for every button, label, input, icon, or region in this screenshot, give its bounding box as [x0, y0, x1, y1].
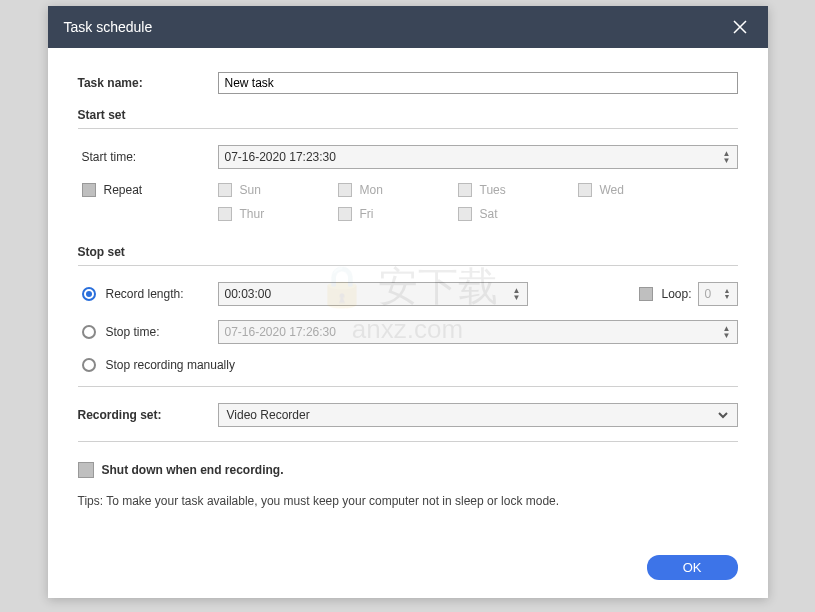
shutdown-checkbox[interactable] [78, 462, 94, 478]
day-sat[interactable]: Sat [458, 207, 578, 221]
checkbox-icon [338, 183, 352, 197]
repeat-toggle[interactable]: Repeat [78, 183, 218, 197]
stop-manual-label: Stop recording manually [106, 358, 235, 372]
record-length-option[interactable]: Record length: [78, 287, 214, 301]
checkbox-icon [578, 183, 592, 197]
task-name-label: Task name: [78, 76, 218, 90]
day-thur[interactable]: Thur [218, 207, 338, 221]
checkbox-icon [338, 207, 352, 221]
stop-set-header: Stop set [78, 245, 738, 259]
stop-manual-option[interactable]: Stop recording manually [78, 358, 235, 372]
start-set-divider [78, 128, 738, 129]
spinner-arrows-icon[interactable]: ▲▼ [724, 288, 731, 300]
loop-checkbox[interactable] [639, 287, 653, 301]
loop-label: Loop: [661, 287, 691, 301]
checkbox-icon [218, 207, 232, 221]
stop-time-radio[interactable] [82, 325, 96, 339]
start-time-field[interactable]: 07-16-2020 17:23:30 ▲▼ [218, 145, 738, 169]
dialog-footer: OK [48, 555, 768, 598]
recording-set-dropdown[interactable]: Video Recorder [218, 403, 738, 427]
day-tues[interactable]: Tues [458, 183, 578, 197]
loop-toggle[interactable]: Loop: [639, 287, 691, 301]
dialog-content: Task name: Start set Start time: 07-16-2… [48, 48, 768, 555]
spinner-arrows-icon[interactable]: ▲▼ [513, 287, 521, 301]
stop-manual-row: Stop recording manually [78, 358, 738, 372]
close-icon [732, 19, 748, 35]
tips-text: Tips: To make your task available, you m… [78, 494, 738, 508]
start-time-label: Start time: [78, 150, 218, 164]
repeat-checkbox[interactable] [82, 183, 96, 197]
stop-set-divider [78, 265, 738, 266]
task-name-input[interactable] [218, 72, 738, 94]
recording-set-label: Recording set: [78, 408, 218, 422]
day-fri[interactable]: Fri [338, 207, 458, 221]
close-button[interactable] [728, 15, 752, 39]
record-length-label: Record length: [106, 287, 184, 301]
loop-value: 0 [705, 287, 724, 301]
titlebar: Task schedule [48, 6, 768, 48]
shutdown-row[interactable]: Shut down when end recording. [78, 462, 738, 478]
day-wed[interactable]: Wed [578, 183, 698, 197]
day-mon[interactable]: Mon [338, 183, 458, 197]
checkbox-icon [458, 183, 472, 197]
repeat-row: Repeat Sun Mon Tues Wed Thur Fri Sat [78, 183, 738, 231]
stop-time-value: 07-16-2020 17:26:30 [225, 325, 723, 339]
days-grid: Sun Mon Tues Wed Thur Fri Sat [218, 183, 738, 231]
recording-set-divider-top [78, 386, 738, 387]
loop-field[interactable]: 0 ▲▼ [698, 282, 738, 306]
start-time-value: 07-16-2020 17:23:30 [225, 150, 723, 164]
stop-time-label: Stop time: [106, 325, 160, 339]
shutdown-label: Shut down when end recording. [102, 463, 284, 477]
repeat-label: Repeat [104, 183, 143, 197]
recording-set-divider-bottom [78, 441, 738, 442]
start-set-header: Start set [78, 108, 738, 122]
stop-time-option[interactable]: Stop time: [78, 325, 214, 339]
task-name-row: Task name: [78, 72, 738, 94]
spinner-arrows-icon[interactable]: ▲▼ [723, 150, 731, 164]
record-length-field[interactable]: 00:03:00 ▲▼ [218, 282, 528, 306]
stop-time-row: Stop time: 07-16-2020 17:26:30 ▲▼ [78, 320, 738, 344]
checkbox-icon [218, 183, 232, 197]
dialog-title: Task schedule [64, 19, 153, 35]
checkbox-icon [458, 207, 472, 221]
record-length-row: Record length: 00:03:00 ▲▼ Loop: 0 ▲▼ [78, 282, 738, 306]
start-time-row: Start time: 07-16-2020 17:23:30 ▲▼ [78, 145, 738, 169]
task-schedule-dialog: Task schedule Task name: Start set Start… [48, 6, 768, 598]
stop-time-field[interactable]: 07-16-2020 17:26:30 ▲▼ [218, 320, 738, 344]
ok-button[interactable]: OK [647, 555, 738, 580]
recording-set-value: Video Recorder [227, 408, 310, 422]
spinner-arrows-icon[interactable]: ▲▼ [723, 325, 731, 339]
chevron-down-icon [717, 409, 729, 421]
stop-manual-radio[interactable] [82, 358, 96, 372]
recording-set-row: Recording set: Video Recorder [78, 403, 738, 427]
record-length-value: 00:03:00 [225, 287, 513, 301]
day-sun[interactable]: Sun [218, 183, 338, 197]
record-length-radio[interactable] [82, 287, 96, 301]
